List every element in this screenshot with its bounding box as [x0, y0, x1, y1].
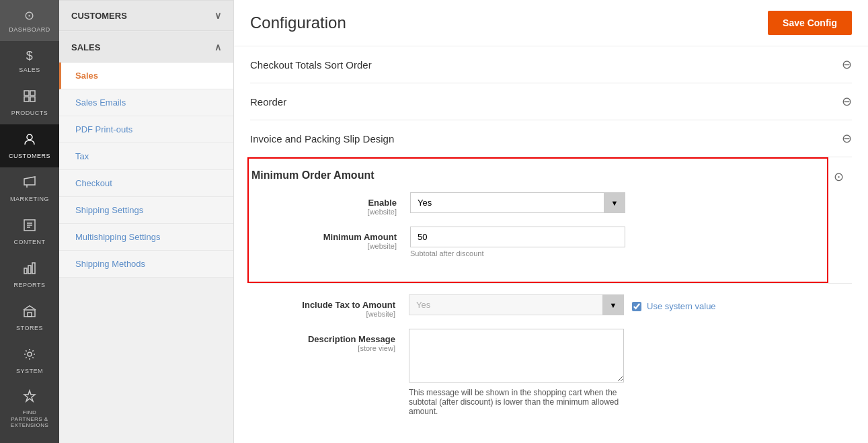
- nav-item-stores[interactable]: STORES: [0, 296, 59, 339]
- main-content: Configuration Save Config Checkout Total…: [234, 0, 868, 443]
- invoice-toggle[interactable]: ⊖: [842, 131, 852, 146]
- description-control: This message will be shown in the shoppi…: [409, 329, 841, 416]
- svg-rect-2: [24, 97, 29, 102]
- svg-rect-15: [28, 313, 32, 317]
- stores-icon: [23, 305, 36, 321]
- content-icon: [23, 218, 36, 235]
- use-system-value-row: Use system value: [632, 301, 716, 311]
- menu-item-multishipping[interactable]: Multishipping Settings: [59, 224, 233, 251]
- svg-rect-0: [24, 91, 29, 95]
- minimum-order-toggle[interactable]: ⊙: [826, 157, 852, 196]
- page-header: Configuration Save Config: [234, 0, 868, 46]
- svg-rect-13: [32, 263, 35, 274]
- minimum-amount-input[interactable]: [410, 227, 625, 247]
- description-hint: This message will be shown in the shoppi…: [409, 388, 624, 416]
- page-title: Configuration: [250, 13, 346, 32]
- nav-item-system[interactable]: SYSTEM: [0, 339, 59, 382]
- menu-item-sales-emails[interactable]: Sales Emails: [59, 89, 233, 116]
- enable-select[interactable]: Yes No: [410, 192, 625, 213]
- products-icon: [23, 89, 36, 106]
- nav-item-find[interactable]: FINDPARTNERS &EXTENSIONS: [0, 382, 59, 436]
- menu-item-pdf-printouts[interactable]: PDF Print-outs: [59, 116, 233, 143]
- reorder-toggle[interactable]: ⊖: [842, 94, 852, 109]
- nav-item-content[interactable]: CONTENT: [0, 210, 59, 253]
- use-system-value-checkbox[interactable]: [632, 302, 641, 311]
- menu-item-tax[interactable]: Tax: [59, 143, 233, 170]
- nav-item-reports[interactable]: REPORTS: [0, 253, 59, 296]
- menu-item-checkout[interactable]: Checkout: [59, 170, 233, 197]
- svg-point-16: [28, 352, 32, 356]
- sales-icon: $: [26, 49, 34, 63]
- use-system-value-label: Use system value: [647, 301, 716, 311]
- svg-point-4: [27, 134, 32, 140]
- minimum-amount-control: Subtotal after discount: [410, 227, 814, 257]
- nav-item-marketing[interactable]: MARKETING: [0, 167, 59, 210]
- nav-item-dashboard[interactable]: ⊙ DASHBOARD: [0, 0, 59, 41]
- system-icon: [23, 348, 36, 364]
- sales-chevron-icon: ∧: [214, 42, 221, 52]
- checkout-totals-toggle[interactable]: ⊖: [842, 57, 852, 72]
- marketing-icon: [23, 175, 36, 192]
- svg-marker-17: [24, 391, 35, 401]
- minimum-order-title: Minimum Order Amount: [251, 169, 824, 192]
- include-tax-select-wrapper: Yes No: [409, 294, 624, 315]
- include-tax-label: Include Tax to Amount [website]: [261, 294, 409, 318]
- minimum-amount-label: Minimum Amount [website]: [262, 227, 410, 250]
- nav-item-customers[interactable]: CUSTOMERS: [0, 124, 59, 167]
- enable-label: Enable [website]: [262, 192, 410, 216]
- minimum-order-section: Minimum Order Amount Enable [website] Ye…: [247, 157, 828, 283]
- svg-rect-14: [24, 310, 35, 317]
- svg-rect-12: [28, 266, 31, 274]
- minimum-amount-hint: Subtotal after discount: [410, 249, 814, 257]
- reports-icon: [23, 261, 36, 278]
- checkout-totals-section: Checkout Totals Sort Order ⊖: [250, 46, 852, 83]
- sales-section-body: Sales Sales Emails PDF Print-outs Tax Ch…: [59, 63, 233, 278]
- sales-section-header[interactable]: SALES ∧: [59, 32, 233, 63]
- sales-section-label: SALES: [71, 42, 100, 52]
- svg-rect-1: [30, 91, 35, 95]
- nav-item-products[interactable]: PRODUCTS: [0, 81, 59, 124]
- find-icon: [23, 389, 36, 406]
- dashboard-icon: ⊙: [24, 8, 35, 23]
- menu-item-shipping-methods[interactable]: Shipping Methods: [59, 251, 233, 278]
- description-message-row: Description Message [store view] This me…: [250, 329, 852, 416]
- save-config-button[interactable]: Save Config: [768, 11, 852, 35]
- reorder-section: Reorder ⊖: [250, 83, 852, 120]
- minimum-amount-field-row: Minimum Amount [website] Subtotal after …: [251, 227, 824, 257]
- content-area: Checkout Totals Sort Order ⊖ Reorder ⊖ I…: [234, 46, 868, 443]
- svg-marker-5: [24, 177, 35, 185]
- checkout-totals-title: Checkout Totals Sort Order: [250, 59, 372, 71]
- include-tax-row: Include Tax to Amount [website] Yes No U…: [250, 294, 852, 318]
- include-tax-select[interactable]: Yes No: [409, 294, 624, 315]
- include-tax-control: Yes No Use system value: [409, 294, 841, 315]
- customers-chevron-icon: ∨: [214, 10, 221, 21]
- menu-item-sales[interactable]: Sales: [59, 63, 233, 89]
- invoice-title: Invoice and Packing Slip Design: [250, 133, 394, 145]
- enable-control: Yes No: [410, 192, 814, 213]
- left-navigation: ⊙ DASHBOARD $ SALES PRODUCTS CUSTOMERS M: [0, 0, 59, 443]
- menu-item-shipping-settings[interactable]: Shipping Settings: [59, 197, 233, 224]
- customers-icon: [23, 132, 36, 149]
- description-textarea[interactable]: [409, 329, 624, 382]
- svg-rect-3: [30, 97, 35, 102]
- reorder-title: Reorder: [250, 96, 286, 108]
- nav-item-sales[interactable]: $ SALES: [0, 41, 59, 81]
- customers-section-header[interactable]: CUSTOMERS ∨: [59, 0, 233, 31]
- customers-section-label: CUSTOMERS: [71, 11, 127, 21]
- enable-select-wrapper: Yes No: [410, 192, 625, 213]
- config-sidebar: CUSTOMERS ∨ SALES ∧ Sales Sales Emails P…: [59, 0, 234, 443]
- enable-field-row: Enable [website] Yes No: [251, 192, 824, 216]
- invoice-section: Invoice and Packing Slip Design ⊖: [250, 120, 852, 157]
- svg-rect-11: [24, 268, 27, 274]
- description-label: Description Message [store view]: [261, 329, 409, 352]
